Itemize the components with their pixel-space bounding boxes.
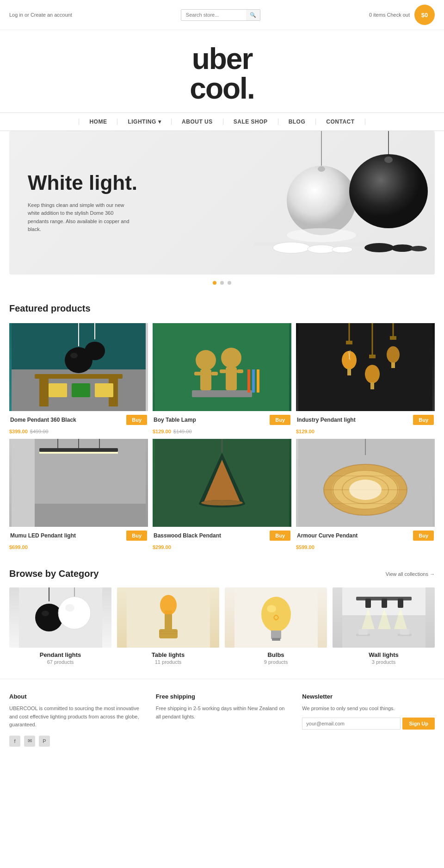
logo[interactable]: uber cool. [0, 44, 444, 103]
svg-rect-40 [298, 323, 432, 411]
checkout-link[interactable]: Check out [387, 12, 410, 18]
search-button[interactable]: 🔍 [246, 10, 260, 20]
categories-grid: Pendant lights 67 products Tab [9, 587, 435, 665]
svg-rect-52 [390, 336, 396, 340]
category-count-bulbs: 9 products [225, 659, 327, 665]
product-price-5: $299.00 [153, 544, 171, 550]
dot-2[interactable] [220, 281, 224, 285]
svg-rect-103 [382, 599, 387, 608]
svg-rect-37 [247, 369, 250, 393]
slider-dots [0, 275, 444, 299]
cart-total-circle[interactable]: $0 [414, 5, 435, 25]
svg-rect-21 [95, 383, 113, 397]
svg-rect-39 [257, 369, 259, 393]
product-image-1 [9, 323, 148, 411]
footer-shipping-title: Free shipping [156, 693, 289, 700]
svg-point-5 [349, 154, 428, 228]
product-image-3 [296, 323, 435, 411]
product-card-5[interactable]: Basswood Black Pendant Buy $299.00 [153, 439, 291, 550]
facebook-icon[interactable]: f [9, 736, 20, 747]
svg-rect-42 [346, 341, 352, 344]
newsletter-email-input[interactable] [302, 718, 401, 730]
footer-about: About UBERCOOL is committed to sourcing … [9, 693, 142, 747]
product-2-svg [155, 323, 289, 411]
svg-point-6 [384, 156, 393, 163]
buy-button-4[interactable]: Buy [126, 531, 147, 541]
svg-point-8 [273, 242, 310, 253]
product-card-3[interactable]: Industry Pendant light Buy $129.00 [296, 323, 435, 434]
dot-1[interactable] [213, 281, 216, 285]
nav-blog[interactable]: BLOG [278, 119, 316, 125]
product-card-4[interactable]: Mumu LED Pendant light Buy $699.00 [9, 439, 148, 550]
search-bar: 🔍 [181, 9, 260, 21]
footer-about-title: About [9, 693, 142, 700]
svg-point-32 [221, 348, 241, 368]
category-wall[interactable]: Wall lights 3 products [333, 587, 435, 665]
nav-home[interactable]: HOME [79, 119, 117, 125]
svg-rect-50 [370, 382, 374, 389]
svg-point-3 [287, 228, 356, 242]
buy-button-6[interactable]: Buy [413, 531, 434, 541]
search-input[interactable] [181, 10, 246, 20]
main-nav: HOME LIGHTING ▾ ABOUT US SALE SHOP BLOG … [0, 112, 444, 131]
top-bar: Log in or Create an account 🔍 0 items Ch… [0, 0, 444, 30]
product-card-2[interactable]: Boy Table Lamp Buy $129.00 $149.00 [153, 323, 291, 434]
svg-rect-54 [391, 362, 395, 368]
product-name-2: Boy Table Lamp [154, 417, 270, 423]
product-name-4: Mumu LED Pendant light [10, 532, 126, 539]
product-info-1: Dome Pendant 360 Black Buy [9, 411, 148, 429]
login-link[interactable]: Log in [9, 12, 23, 18]
category-name-pendant: Pendant lights [9, 651, 111, 658]
category-table[interactable]: Table lights 11 products [117, 587, 219, 665]
buy-button-1[interactable]: Buy [126, 415, 147, 425]
newsletter-signup-button[interactable]: Sign Up [402, 718, 435, 730]
product-original-price-1: $499.00 [30, 429, 49, 434]
nav-lighting[interactable]: LIGHTING ▾ [117, 119, 172, 125]
category-pendant[interactable]: Pendant lights 67 products [9, 587, 111, 665]
dot-3[interactable] [228, 281, 231, 285]
pendant-category-svg [19, 587, 102, 648]
svg-point-95 [261, 597, 291, 632]
svg-rect-44 [347, 368, 351, 375]
svg-point-24 [70, 353, 78, 358]
logo-area: uber cool. [0, 30, 444, 112]
hero-content: White light. Keep things clean and simpl… [9, 153, 157, 252]
product-price-4: $699.00 [9, 544, 28, 550]
svg-point-49 [365, 365, 380, 383]
svg-point-2 [318, 166, 325, 172]
pinterest-icon[interactable]: P [39, 736, 50, 747]
svg-point-9 [308, 245, 335, 253]
svg-point-83 [42, 611, 49, 616]
svg-rect-38 [252, 369, 255, 393]
buy-button-3[interactable]: Buy [413, 415, 434, 425]
browse-section: Browse by Category View all collections … [0, 559, 444, 679]
product-card-6[interactable]: Armour Curve Pendant Buy $599.00 [296, 439, 435, 550]
cart-area: 0 items Check out $0 [369, 5, 435, 25]
svg-point-79 [349, 480, 382, 500]
email-icon[interactable]: ✉ [24, 736, 35, 747]
product-info-4: Mumu LED Pendant light Buy [9, 527, 148, 544]
svg-point-85 [58, 597, 91, 629]
product-1-svg [12, 323, 146, 411]
svg-rect-91 [166, 614, 171, 618]
cart-text: 0 items Check out [369, 12, 410, 18]
footer-newsletter-text: We promise to only send you cool things. [302, 705, 435, 713]
svg-rect-16 [35, 374, 123, 379]
create-account-link[interactable]: Create an account [31, 12, 72, 18]
product-card-1[interactable]: Dome Pendant 360 Black Buy $399.00 $499.… [9, 323, 148, 434]
view-all-link[interactable]: View all collections → [386, 571, 435, 577]
buy-button-5[interactable]: Buy [270, 531, 290, 541]
category-bulbs[interactable]: Bulbs 9 products [225, 587, 327, 665]
category-image-wall [333, 587, 435, 648]
hero-banner: White light. Keep things clean and simpl… [9, 131, 435, 275]
product-4-svg [12, 439, 146, 527]
nav-sale[interactable]: SALE SHOP [223, 119, 278, 125]
nav-about[interactable]: ABOUT US [172, 119, 223, 125]
buy-button-2[interactable]: Buy [270, 415, 290, 425]
category-count-table: 11 products [117, 659, 219, 665]
svg-rect-111 [400, 629, 409, 635]
svg-point-13 [410, 246, 427, 251]
product-info-5: Basswood Black Pendant Buy [153, 527, 291, 544]
nav-contact[interactable]: CONTACT [316, 119, 365, 125]
product-name-5: Basswood Black Pendant [154, 532, 270, 539]
